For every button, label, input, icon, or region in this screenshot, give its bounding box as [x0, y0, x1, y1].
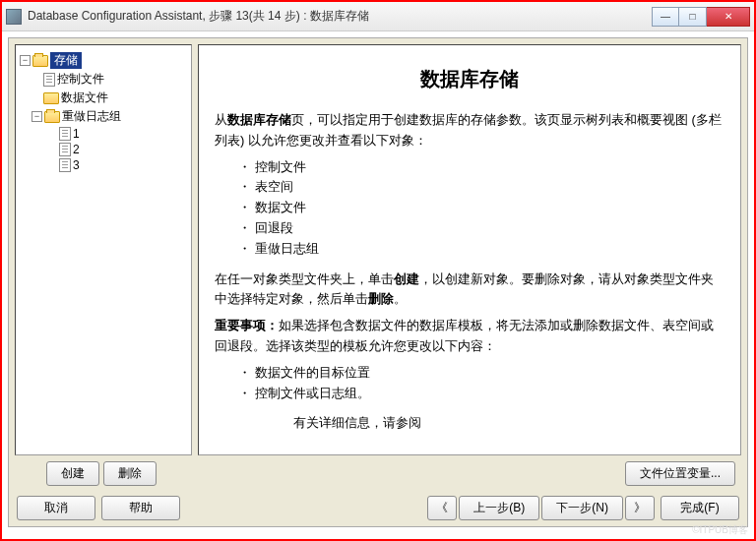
text-bold: 创建: [394, 271, 419, 286]
tree-item-control-files[interactable]: 控制文件: [20, 70, 187, 89]
folder-icon: [43, 92, 59, 104]
folder-open-icon: [44, 111, 60, 123]
text-bold: 删除: [368, 291, 394, 306]
more-info: 有关详细信息，请参阅: [293, 413, 724, 434]
cancel-button[interactable]: 取消: [17, 496, 95, 520]
template-list: 数据文件的目标位置 控制文件或日志组。: [238, 363, 724, 404]
mid-button-row: 创建 删除 文件位置变量...: [15, 455, 741, 490]
delete-button[interactable]: 删除: [103, 461, 157, 486]
collapse-icon[interactable]: −: [32, 111, 42, 122]
collapse-icon[interactable]: −: [20, 55, 31, 66]
tree-item-datafiles[interactable]: 数据文件: [20, 89, 187, 107]
text: 在任一对象类型文件夹上，单击: [215, 271, 394, 286]
text-bold: 数据库存储: [227, 112, 291, 127]
doc-icon: [59, 143, 71, 156]
page-title: 数据库存储: [215, 63, 724, 94]
create-button[interactable]: 创建: [46, 461, 99, 486]
text: 从: [215, 112, 227, 127]
intro-paragraph: 从数据库存储页，可以指定用于创建数据库的存储参数。该页显示树列表和概要视图 (多…: [215, 110, 724, 151]
list-item: 数据文件: [238, 198, 724, 218]
back-button[interactable]: 上一步(B): [459, 496, 539, 520]
minimize-button[interactable]: —: [652, 7, 679, 27]
list-item: 控制文件或日志组。: [238, 384, 724, 404]
list-item: 数据文件的目标位置: [238, 363, 724, 384]
text: 。: [394, 291, 407, 306]
folder-open-icon: [32, 55, 48, 67]
close-button[interactable]: ✕: [707, 7, 750, 27]
tree-item-redolog-groups[interactable]: − 重做日志组: [20, 107, 187, 126]
create-delete-paragraph: 在任一对象类型文件夹上，单击创建，以创建新对象。要删除对象，请从对象类型文件夹中…: [215, 270, 724, 311]
tree-root[interactable]: − 存储: [20, 51, 187, 70]
tree-label: 2: [73, 143, 80, 156]
tree-label: 控制文件: [57, 71, 104, 88]
window-title: Database Configuration Assistant, 步骤 13(…: [28, 8, 652, 25]
help-button[interactable]: 帮助: [101, 496, 180, 520]
main-row: − 存储 控制文件 数据文件 − 重做日志组: [15, 44, 741, 455]
text: 如果选择包含数据文件的数据库模板，将无法添加或删除数据文件、表空间或回退段。选择…: [215, 318, 714, 353]
tree-label: 1: [73, 127, 80, 141]
tree-panel: − 存储 控制文件 数据文件 − 重做日志组: [15, 44, 192, 455]
tree-item-redolog-1[interactable]: 1: [20, 126, 187, 142]
tree-item-redolog-2[interactable]: 2: [20, 142, 187, 157]
next-arrow-button[interactable]: 》: [625, 496, 655, 520]
tree-root-label: 存储: [50, 52, 82, 69]
finish-button[interactable]: 完成(F): [661, 496, 739, 520]
app-icon: [6, 9, 22, 25]
back-arrow-button[interactable]: 《: [427, 496, 457, 520]
important-label: 重要事项：: [215, 318, 279, 332]
tree-label: 3: [73, 158, 80, 172]
tree-label: 重做日志组: [62, 108, 121, 125]
doc-icon: [59, 158, 71, 172]
next-button[interactable]: 下一步(N): [541, 496, 623, 520]
tree-item-redolog-3[interactable]: 3: [20, 157, 187, 173]
text: 页，可以指定用于创建数据库的存储参数。该页显示树列表和概要视图 (多栏列表) 以…: [215, 112, 722, 148]
list-item: 表空间: [238, 177, 724, 198]
tree-label: 数据文件: [61, 90, 108, 106]
content-panel: 数据库存储 从数据库存储页，可以指定用于创建数据库的存储参数。该页显示树列表和概…: [198, 44, 741, 455]
maximize-button[interactable]: □: [679, 7, 707, 27]
important-paragraph: 重要事项：如果选择包含数据文件的数据库模板，将无法添加或删除数据文件、表空间或回…: [215, 316, 724, 357]
window-controls: — □ ✕: [652, 7, 750, 27]
object-list: 控制文件 表空间 数据文件 回退段 重做日志组: [238, 157, 724, 260]
list-item: 控制文件: [238, 157, 724, 178]
list-item: 重做日志组: [238, 239, 724, 260]
main-panel: − 存储 控制文件 数据文件 − 重做日志组: [8, 37, 748, 527]
wizard-nav-row: 取消 帮助 《 上一步(B) 下一步(N) 》 完成(F): [15, 490, 741, 520]
doc-icon: [59, 127, 71, 141]
titlebar: Database Configuration Assistant, 步骤 13(…: [2, 2, 754, 31]
file-location-button[interactable]: 文件位置变量...: [625, 461, 735, 486]
doc-icon: [43, 73, 55, 87]
list-item: 回退段: [238, 218, 724, 239]
